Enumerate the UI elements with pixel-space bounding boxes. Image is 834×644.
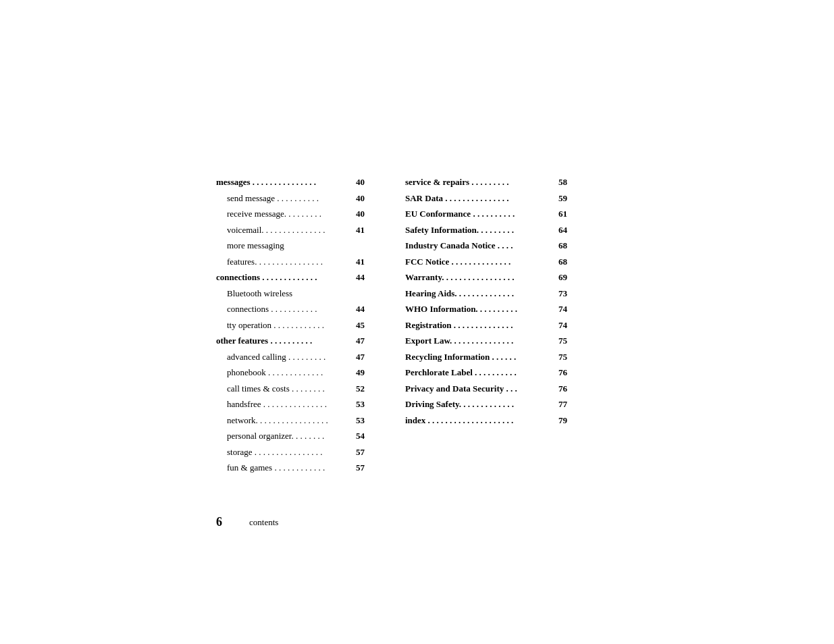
left-toc-entry: personal organizer. . . . . . . .54 <box>216 429 365 443</box>
toc-page-number: 69 <box>550 271 567 284</box>
right-toc-entry: WHO Information. . . . . . . . . .74 <box>405 302 567 316</box>
toc-page-number: 79 <box>550 414 567 427</box>
right-toc-entry: SAR Data . . . . . . . . . . . . . . .59 <box>405 192 567 205</box>
toc-page-number: 53 <box>348 414 365 427</box>
toc-page-number: 44 <box>348 271 365 284</box>
left-toc-entry: connections . . . . . . . . . . .44 <box>216 302 365 316</box>
toc-entry-text: Warranty. . . . . . . . . . . . . . . . … <box>405 271 550 284</box>
right-toc-entry: Industry Canada Notice . . . .68 <box>405 239 567 252</box>
toc-page-number: 57 <box>348 446 365 459</box>
toc-entry-text: other features . . . . . . . . . . <box>216 334 348 348</box>
toc-entry-text: WHO Information. . . . . . . . . . <box>405 302 550 316</box>
left-column-toc: messages . . . . . . . . . . . . . . .40… <box>216 176 365 477</box>
toc-page-number: 77 <box>550 398 567 411</box>
toc-entry-text: Recycling Information . . . . . . <box>405 350 550 364</box>
toc-page-number: 41 <box>348 255 365 269</box>
right-column-toc: service & repairs . . . . . . . . .58SAR… <box>405 176 567 477</box>
toc-entry-text: connections . . . . . . . . . . . <box>216 302 348 316</box>
right-toc-entry: Recycling Information . . . . . .75 <box>405 350 567 364</box>
toc-entry-text: personal organizer. . . . . . . . <box>216 429 348 443</box>
toc-page-number: 49 <box>348 366 365 379</box>
left-toc-entry: other features . . . . . . . . . .47 <box>216 334 365 348</box>
toc-page-number: 61 <box>550 207 567 221</box>
toc-page-number: 47 <box>348 350 365 364</box>
left-toc-entry: storage . . . . . . . . . . . . . . . .5… <box>216 446 365 459</box>
footer-label: contents <box>249 517 278 528</box>
toc-page-number: 76 <box>550 366 567 379</box>
toc-entry-text: call times & costs . . . . . . . . <box>216 382 348 396</box>
toc-entry-text: receive message. . . . . . . . . <box>216 207 348 221</box>
toc-page-number: 64 <box>550 223 567 237</box>
toc-page-number: 44 <box>348 302 365 316</box>
toc-entry-text: Export Law. . . . . . . . . . . . . . . <box>405 334 550 348</box>
toc-entry-text: storage . . . . . . . . . . . . . . . . <box>216 446 348 459</box>
right-toc-entry: Warranty. . . . . . . . . . . . . . . . … <box>405 271 567 284</box>
toc-page-number: 76 <box>550 382 567 396</box>
toc-entry-text: service & repairs . . . . . . . . . <box>405 176 550 189</box>
left-toc-entry: features. . . . . . . . . . . . . . . .4… <box>216 255 365 269</box>
toc-entry-text: messages . . . . . . . . . . . . . . . <box>216 176 348 189</box>
left-toc-entry: tty operation . . . . . . . . . . . .45 <box>216 319 365 332</box>
toc-page-number: 57 <box>348 461 365 475</box>
right-toc-entry: FCC Notice . . . . . . . . . . . . . .68 <box>405 255 567 269</box>
toc-entry-text: Perchlorate Label . . . . . . . . . . <box>405 366 550 379</box>
left-toc-entry: more messaging <box>216 239 365 252</box>
toc-entry-text: Safety Information. . . . . . . . . <box>405 223 550 237</box>
toc-page-number: 47 <box>348 334 365 348</box>
toc-page-number: 40 <box>348 192 365 205</box>
toc-entry-text: Bluetooth wireless <box>216 287 365 300</box>
toc-entry-text: Registration . . . . . . . . . . . . . . <box>405 319 550 332</box>
toc-page-number: 75 <box>550 334 567 348</box>
toc-entry-text: Driving Safety. . . . . . . . . . . . . <box>405 398 550 411</box>
toc-entry-text: more messaging <box>216 239 365 252</box>
page-container: messages . . . . . . . . . . . . . . .40… <box>0 0 834 644</box>
left-toc-entry: fun & games . . . . . . . . . . . .57 <box>216 461 365 475</box>
toc-entry-text: SAR Data . . . . . . . . . . . . . . . <box>405 192 550 205</box>
left-toc-entry: advanced calling . . . . . . . . .47 <box>216 350 365 364</box>
toc-entry-text: index . . . . . . . . . . . . . . . . . … <box>405 414 550 427</box>
toc-entry-text: fun & games . . . . . . . . . . . . <box>216 461 348 475</box>
left-toc-entry: receive message. . . . . . . . .40 <box>216 207 365 221</box>
toc-page-number: 74 <box>550 302 567 316</box>
right-toc-entry: EU Conformance . . . . . . . . . .61 <box>405 207 567 221</box>
toc-entry-text: features. . . . . . . . . . . . . . . . <box>216 255 348 269</box>
toc-page-number: 40 <box>348 176 365 189</box>
toc-page-number: 53 <box>348 398 365 411</box>
toc-page-number: 73 <box>550 287 567 300</box>
toc-entry-text: Industry Canada Notice . . . . <box>405 239 550 252</box>
toc-page-number: 41 <box>348 223 365 237</box>
right-toc-entry: Safety Information. . . . . . . . .64 <box>405 223 567 237</box>
toc-page-number: 68 <box>550 255 567 269</box>
right-toc-entry: Export Law. . . . . . . . . . . . . . .7… <box>405 334 567 348</box>
toc-entry-text: connections . . . . . . . . . . . . . <box>216 271 348 284</box>
toc-page-number: 74 <box>550 319 567 332</box>
toc-entry-text: Hearing Aids. . . . . . . . . . . . . . <box>405 287 550 300</box>
toc-page-number: 58 <box>550 176 567 189</box>
footer-page-number: 6 <box>216 515 222 529</box>
toc-page-number: 75 <box>550 350 567 364</box>
toc-page-number: 54 <box>348 429 365 443</box>
toc-entry-text: Privacy and Data Security . . . <box>405 382 550 396</box>
toc-entry-text: EU Conformance . . . . . . . . . . <box>405 207 550 221</box>
right-toc-entry: index . . . . . . . . . . . . . . . . . … <box>405 414 567 427</box>
right-toc-entry: Driving Safety. . . . . . . . . . . . .7… <box>405 398 567 411</box>
left-toc-entry: handsfree . . . . . . . . . . . . . . .5… <box>216 398 365 411</box>
footer-area: 6 contents <box>216 515 278 529</box>
toc-entry-text: advanced calling . . . . . . . . . <box>216 350 348 364</box>
content-area: messages . . . . . . . . . . . . . . .40… <box>216 176 567 477</box>
left-toc-entry: messages . . . . . . . . . . . . . . .40 <box>216 176 365 189</box>
toc-page-number: 40 <box>348 207 365 221</box>
toc-page-number: 45 <box>348 319 365 332</box>
toc-page-number: 59 <box>550 192 567 205</box>
right-toc-entry: Privacy and Data Security . . .76 <box>405 382 567 396</box>
right-toc-entry: Registration . . . . . . . . . . . . . .… <box>405 319 567 332</box>
left-toc-entry: call times & costs . . . . . . . .52 <box>216 382 365 396</box>
toc-page-number: 68 <box>550 239 567 252</box>
toc-entry-text: voicemail. . . . . . . . . . . . . . . <box>216 223 348 237</box>
left-toc-entry: Bluetooth wireless <box>216 287 365 300</box>
toc-page-number: 52 <box>348 382 365 396</box>
left-toc-entry: network. . . . . . . . . . . . . . . . .… <box>216 414 365 427</box>
toc-entry-text: send message . . . . . . . . . . <box>216 192 348 205</box>
right-toc-entry: Perchlorate Label . . . . . . . . . .76 <box>405 366 567 379</box>
toc-entry-text: handsfree . . . . . . . . . . . . . . . <box>216 398 348 411</box>
